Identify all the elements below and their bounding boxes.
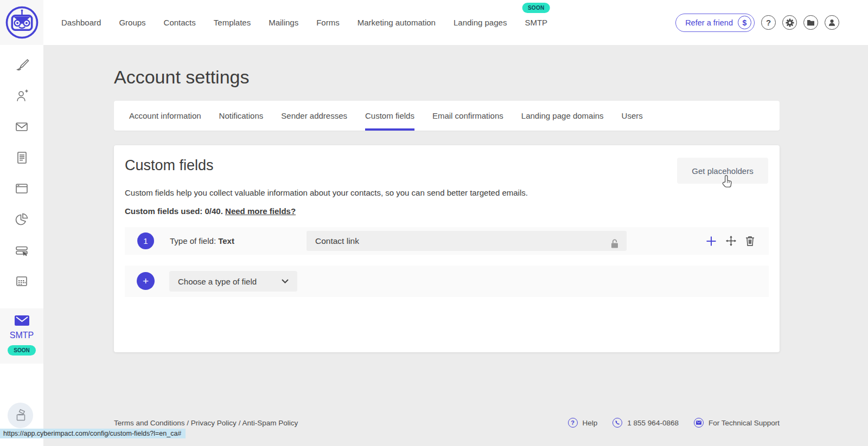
nav-dashboard[interactable]: Dashboard [61,18,101,27]
folder-icon[interactable] [803,15,818,30]
card-description: Custom fields help you collect valuable … [125,188,528,197]
statistics-pie-icon[interactable] [14,211,30,228]
refer-a-friend-button[interactable]: Refer a friend $ [675,14,755,32]
separator: / [185,419,191,427]
dollar-icon: $ [738,16,751,29]
tab-sender-addresses[interactable]: Sender addresses [281,101,347,131]
footer-envelope-icon [694,418,704,428]
nav-groups[interactable]: Groups [119,18,145,27]
lock-icon [610,236,620,256]
legal-links: Terms and Conditions / Privacy Policy / … [114,419,298,427]
logo[interactable] [0,0,43,45]
nav-smtp[interactable]: SOON SMTP [525,18,547,27]
add-field-icon[interactable] [706,236,717,247]
usage-count: Custom fields used: 0/40. [125,206,225,216]
card-title: Custom fields [125,157,214,174]
footer-help-link[interactable]: Help [583,419,598,427]
field-name-value: Contact link [315,236,359,245]
sidebar-soon-badge: SOON [8,345,35,355]
nav-smtp-label: SMTP [525,18,547,27]
tab-landing-page-domains[interactable]: Landing page domains [521,101,604,131]
tab-custom-fields[interactable]: Custom fields [365,101,414,131]
row-actions [706,227,755,255]
get-placeholders-button[interactable]: Get placeholders [677,158,768,184]
chevron-down-icon [282,279,289,283]
nav-marketing-automation[interactable]: Marketing automation [358,18,436,27]
feedback-ballot-button[interactable] [8,403,33,428]
footer: Terms and Conditions / Privacy Policy / … [114,418,780,428]
nav-landing-pages[interactable]: Landing pages [454,18,507,27]
terms-link[interactable]: Terms and Conditions [114,419,185,427]
delete-field-icon[interactable] [745,236,755,246]
fields-usage-text: Custom fields used: 0/40. Need more fiel… [125,206,296,216]
footer-phone-number[interactable]: 1 855 964-0868 [627,419,679,427]
account-icon[interactable] [825,15,839,30]
add-field-row: + Choose a type of field [125,266,769,297]
nav-templates[interactable]: Templates [214,18,251,27]
help-icon[interactable]: ? [761,15,776,30]
separator: / [237,419,242,427]
add-contact-icon[interactable] [14,88,30,104]
support-links: ? Help 1 855 964-0868 For Technical Supp… [568,418,780,428]
sidebar: SMTP SOON [0,45,43,446]
antispam-link[interactable]: Anti-Spam Policy [242,419,298,427]
link-preview-status-bar: https://app.cyberimpact.com/config/custo… [0,429,186,438]
footer-help-icon: ? [568,418,578,428]
calendar-icon[interactable] [14,273,30,289]
field-type-label: Type of field: Text [170,236,234,245]
footer-phone-icon [612,418,622,428]
custom-fields-card: Custom fields Custom fields help you col… [114,145,780,352]
tab-users[interactable]: Users [622,101,643,131]
mailings-envelope-icon[interactable] [14,119,30,135]
dropdown-label: Choose a type of field [178,277,257,286]
nav-mailings[interactable]: Mailings [269,18,298,27]
tab-account-information[interactable]: Account information [129,101,201,131]
type-prefix: Type of field: [170,236,218,245]
settings-tabs: Account information Notifications Sender… [114,101,780,131]
custom-field-row: 1 Type of field: Text Contact link [125,227,769,255]
design-brush-icon[interactable] [14,57,30,73]
page-title: Account settings [114,67,249,88]
footer-support-label[interactable]: For Technical Support [709,419,780,427]
hand-cursor-icon [722,174,735,190]
landing-page-window-icon[interactable] [14,180,30,197]
folder-glyph [807,19,815,26]
move-field-icon[interactable] [726,236,736,246]
privacy-link[interactable]: Privacy Policy [191,419,237,427]
refer-label: Refer a friend [685,18,733,27]
field-type-dropdown[interactable]: Choose a type of field [169,271,297,292]
sidebar-smtp-label: SMTP [0,331,43,340]
field-number-badge: 1 [137,232,154,249]
main-area: Account settings Account information Not… [43,45,868,446]
smtp-soon-badge: SOON [522,3,550,13]
top-actions: Refer a friend $ ? [675,0,839,45]
sidebar-smtp-section[interactable]: SMTP SOON [0,308,43,364]
person-glyph [828,18,836,27]
ballot-box-icon [13,408,28,423]
gear-glyph [786,18,794,27]
nav-forms[interactable]: Forms [316,18,340,27]
field-name-input[interactable]: Contact link [307,231,627,251]
smtp-envelope-icon [15,315,29,326]
nav-contacts[interactable]: Contacts [164,18,196,27]
top-bar: Dashboard Groups Contacts Templates Mail… [0,0,868,45]
add-field-button[interactable]: + [137,272,155,290]
tab-email-confirmations[interactable]: Email confirmations [432,101,503,131]
gear-icon[interactable] [782,15,797,30]
drag-drop-builder-icon[interactable] [14,242,30,258]
need-more-fields-link[interactable]: Need more fields? [225,206,296,216]
type-value: Text [218,236,234,245]
main-nav: Dashboard Groups Contacts Templates Mail… [61,0,547,45]
get-placeholders-label: Get placeholders [692,166,753,176]
document-icon[interactable] [14,150,30,166]
tab-notifications[interactable]: Notifications [219,101,264,131]
robot-logo-icon [5,5,39,40]
